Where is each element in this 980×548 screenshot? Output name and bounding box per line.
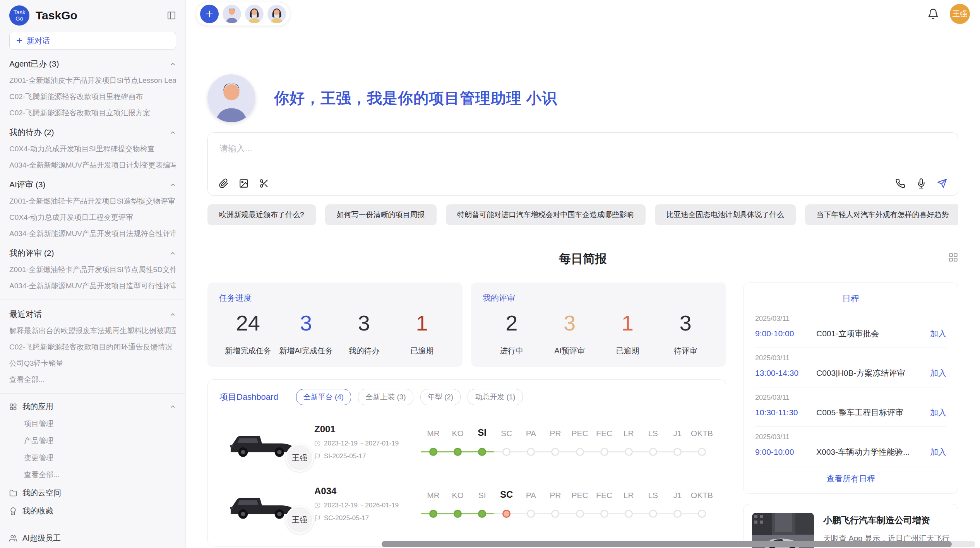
stat-ai-pre-review: 3 AI预评审 xyxy=(541,310,599,356)
sidebar-item-my-apps[interactable]: 我的应用 xyxy=(9,401,176,412)
microphone-icon[interactable] xyxy=(916,178,926,188)
view-all-schedule-link[interactable]: 查看所有日程 xyxy=(755,466,946,490)
project-code: Z001 xyxy=(314,424,418,435)
app-logo-text-bottom: Go xyxy=(15,15,23,22)
paperclip-icon[interactable] xyxy=(219,178,229,188)
project-dashboard-card: 项目Dashboard 全新平台 (4) 全新上装 (3) 年型 (2) 动总开… xyxy=(207,379,726,546)
dashboard-tabs: 全新平台 (4) 全新上装 (3) 年型 (2) 动总开发 (1) xyxy=(296,389,523,405)
chevron-up-icon[interactable] xyxy=(170,250,176,257)
scrollbar-thumb[interactable] xyxy=(382,541,952,547)
event-time: 9:00-10:00 xyxy=(755,329,816,338)
milestone-label: LR xyxy=(617,429,641,438)
plus-icon xyxy=(205,10,214,18)
project-row[interactable]: 王强 Z001 2023-12-19 ~ 2027-01-19 xyxy=(219,424,714,460)
layout-grid-icon[interactable] xyxy=(948,252,958,262)
composer-left-tools xyxy=(219,178,269,188)
join-link[interactable]: 加入 xyxy=(930,407,946,418)
sidebar-conversation-item[interactable]: Z001-全新燃油皮卡产品开发项目SI节点Lesson Learn报告 xyxy=(9,75,176,86)
section-my-todo[interactable]: 我的待办 (2) xyxy=(9,127,176,138)
scissors-icon[interactable] xyxy=(259,178,269,188)
suggestion-chip[interactable]: 比亚迪全固态电池计划具体说了什么 xyxy=(655,204,796,225)
project-owner-badge: 王强 xyxy=(286,444,314,472)
milestone-dot xyxy=(649,448,657,456)
tab-new-platform[interactable]: 全新平台 (4) xyxy=(296,389,351,405)
sidebar-item-change-mgmt[interactable]: 变更管理 xyxy=(24,453,176,463)
notification-bell-icon[interactable] xyxy=(927,8,939,20)
sidebar-item-project-mgmt[interactable]: 项目管理 xyxy=(24,419,176,429)
recent-chat-item[interactable]: 公司Q3轻卡销量 xyxy=(9,358,176,368)
daily-briefing-header: 每日简报 xyxy=(207,251,958,267)
project-owner-badge: 王强 xyxy=(286,506,314,534)
milestone-dot xyxy=(649,510,657,518)
user-avatar[interactable]: 王强 xyxy=(950,4,970,24)
sidebar-conversation-item[interactable]: Z001-全新燃油轻卡产品开发项目SI节点属性5D文件评审 xyxy=(9,265,176,275)
avatar[interactable] xyxy=(223,5,241,23)
phone-icon[interactable] xyxy=(895,178,905,188)
sidebar-item-cloud-space[interactable]: 我的云空间 xyxy=(9,488,176,498)
sidebar-conversation-item[interactable]: C02-飞腾新能源轻客改款项目里程碑画布 xyxy=(9,92,176,102)
recent-chats-view-all[interactable]: 查看全部... xyxy=(9,375,176,385)
menu-label: 我的云空间 xyxy=(22,488,61,498)
event-name: X003-车辆动力学性能验... xyxy=(816,447,930,457)
join-link[interactable]: 加入 xyxy=(930,328,946,339)
event-name: C001-立项审批会 xyxy=(816,328,930,339)
chevron-up-icon[interactable] xyxy=(170,311,176,318)
section-recent-chats[interactable]: 最近对话 xyxy=(9,309,176,320)
suggestion-chip[interactable]: 欧洲新规最近颁布了什么? xyxy=(207,204,316,225)
milestone-dot xyxy=(551,510,559,518)
suggestion-chip[interactable]: 特朗普可能对进口汽车增税会对中国车企造成哪些影响 xyxy=(446,204,646,225)
sidebar-collapse-icon[interactable] xyxy=(167,11,176,20)
project-row[interactable]: 王强 A034 2023-12-19 ~ 2026-01-19 xyxy=(219,486,714,522)
sidebar-item-ai-super-staff[interactable]: AI超级员工 xyxy=(9,533,176,543)
chevron-up-icon[interactable] xyxy=(170,61,176,67)
chat-input[interactable] xyxy=(208,133,958,168)
milestone-dot xyxy=(502,510,511,518)
join-link[interactable]: 加入 xyxy=(930,447,946,457)
milestone-timeline: MRKOSISCPAPRPECFECLRLSJ1OKTB xyxy=(421,489,714,519)
tab-model-year[interactable]: 年型 (2) xyxy=(420,389,461,405)
milestone-dot xyxy=(600,510,608,518)
add-chat-button[interactable] xyxy=(200,5,219,23)
sidebar-conversation-item[interactable]: C0X4-动力总成开发项目SI里程碑提交物检查 xyxy=(9,144,176,154)
sidebar-conversation-item[interactable]: Z001-全新燃油轻卡产品开发项目SI造型提交物评审 xyxy=(9,196,176,206)
recent-chat-item[interactable]: 解释最新出台的欧盟报废车法规再生塑料比例被调至15%... xyxy=(9,326,176,336)
chevron-up-icon[interactable] xyxy=(170,403,176,410)
stat-review-overdue: 1 已逾期 xyxy=(599,310,657,356)
chevron-up-icon[interactable] xyxy=(170,129,176,136)
divider xyxy=(0,525,185,525)
section-ai-review[interactable]: AI评审 (3) xyxy=(9,179,176,190)
event-date: 2025/03/11 xyxy=(755,433,946,441)
section-my-review[interactable]: 我的评审 (2) xyxy=(9,248,176,259)
menu-label: AI超级员工 xyxy=(22,533,61,543)
section-agent-done[interactable]: Agent已办 (3) xyxy=(9,58,176,69)
sidebar-conversation-item[interactable]: A034-全新新能源MUV产品开发项目法规符合性评审 xyxy=(9,229,176,239)
avatar[interactable] xyxy=(245,5,264,23)
sidebar-conversation-item[interactable]: C02-飞腾新能源轻客改款项目立项汇报方案 xyxy=(9,108,176,118)
sidebar-list: Agent已办 (3) Z001-全新燃油皮卡产品开发项目SI节点Lesson … xyxy=(0,50,185,548)
milestone-label: SC xyxy=(494,429,519,438)
tab-new-body[interactable]: 全新上装 (3) xyxy=(358,389,413,405)
send-icon[interactable] xyxy=(937,178,947,188)
sidebar-item-product-mgmt[interactable]: 产品管理 xyxy=(24,436,176,446)
sidebar-conversation-item[interactable]: A034-全新新能源MUV产品开发项目计划变更表编写 xyxy=(9,160,176,170)
new-chat-label: 新对话 xyxy=(27,36,50,46)
sidebar-conversation-item[interactable]: A034-全新新能源MUV产品开发项目造型可行性评审 xyxy=(9,281,176,291)
stat-in-progress: 2 进行中 xyxy=(483,310,541,356)
apps-view-all[interactable]: 查看全部... xyxy=(24,470,176,480)
sidebar-item-favorites[interactable]: 我的收藏 xyxy=(9,506,176,516)
section-label: AI评审 (3) xyxy=(9,179,45,190)
avatar[interactable] xyxy=(267,5,286,23)
sidebar-conversation-item[interactable]: C0X4-动力总成开发项目工程变更评审 xyxy=(9,212,176,223)
schedule-event: 2025/03/11 10:30-11:30 C005-整车工程目标评审 加入 xyxy=(755,387,946,427)
recent-chat-item[interactable]: C02-飞腾新能源轻客改款项目的闭环通告反馈情况 xyxy=(9,342,176,352)
suggestion-chip[interactable]: 当下年轻人对汽车外观有怎样的喜好趋势 xyxy=(805,204,958,225)
stat-new-done-tasks: 24 新增完成任务 xyxy=(219,310,277,356)
join-link[interactable]: 加入 xyxy=(930,368,946,378)
image-icon[interactable] xyxy=(239,178,249,188)
new-chat-button[interactable]: 新对话 xyxy=(9,32,176,50)
chevron-up-icon[interactable] xyxy=(170,182,176,188)
project-flag: SI-2025-05-17 xyxy=(324,452,366,460)
briefing-right-column: 日程 2025/03/11 9:00-10:00 C001-立项审批会 加入 2… xyxy=(743,283,958,548)
tab-powertrain-dev[interactable]: 动总开发 (1) xyxy=(468,389,523,405)
suggestion-chip[interactable]: 如何写一份清晰的项目周报 xyxy=(325,204,437,225)
